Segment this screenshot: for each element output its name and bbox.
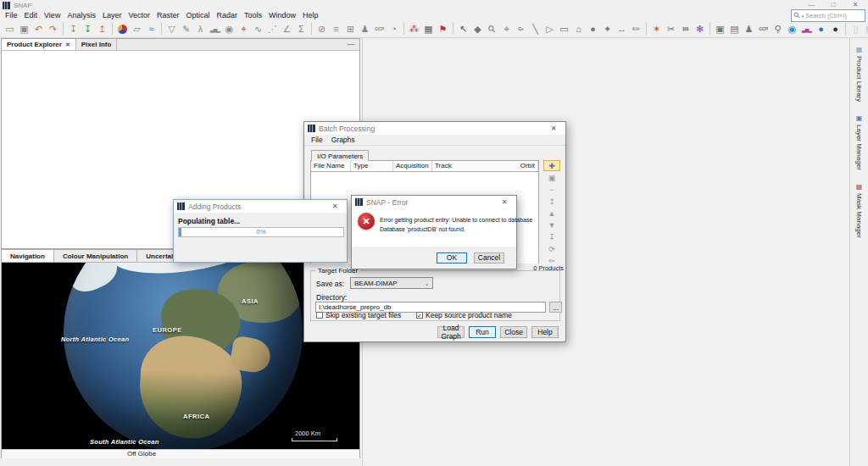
placemark-icon[interactable]: ⌖ xyxy=(236,21,251,37)
add-product-button[interactable]: ✚ xyxy=(543,160,560,171)
polygon-tool-icon[interactable]: ⌂ xyxy=(571,21,586,37)
batch-processing-icon[interactable]: ▦ xyxy=(421,21,436,37)
binary-icon[interactable]: 101 xyxy=(678,21,693,37)
ocean-wave-icon[interactable]: ≈ xyxy=(144,21,159,37)
search-input[interactable]: ⚲ ▾ Search (Ctrl+I) xyxy=(791,9,865,22)
menu-radar[interactable]: Radar xyxy=(213,11,241,19)
gcp-tool-icon[interactable]: G+ xyxy=(514,21,528,37)
import-product-icon[interactable]: ↧ xyxy=(66,21,81,37)
keep-source-checkbox[interactable]: ✓ Keep source product name xyxy=(416,311,512,319)
menu-analysis[interactable]: Analysis xyxy=(64,11,99,19)
help-button[interactable]: Help xyxy=(531,326,559,338)
globe-blue-icon[interactable]: ● xyxy=(814,21,828,37)
open-product-icon[interactable]: ▭ xyxy=(3,21,17,37)
browse-button[interactable]: ... xyxy=(549,302,562,313)
run-button[interactable]: Run xyxy=(469,326,496,338)
magic-wand-icon[interactable]: ✦ xyxy=(600,21,615,37)
load-graph-button[interactable]: Load Graph xyxy=(437,326,465,338)
metadata-edit-icon[interactable]: ✎ xyxy=(179,21,193,37)
mosaic-icon[interactable]: ⊘ xyxy=(314,21,329,37)
menu-edit[interactable]: Edit xyxy=(21,11,42,19)
close-tab-icon[interactable]: ✕ xyxy=(65,42,70,48)
product-stack-icon[interactable]: ▣ xyxy=(17,21,31,37)
eye-icon[interactable]: ◉ xyxy=(785,21,799,37)
gcp-manager-icon[interactable]: GCP xyxy=(372,21,387,37)
move-up-button[interactable]: ▲ xyxy=(543,208,560,219)
session-icon[interactable]: ▱ xyxy=(130,21,144,37)
tab-colour-manipulation[interactable]: Colour Manipulation xyxy=(54,250,137,262)
geo-info-icon[interactable]: λ xyxy=(193,21,208,37)
close-icon[interactable]: ✕ xyxy=(326,202,343,210)
column-header[interactable]: File Name xyxy=(311,161,351,171)
globe-dark-icon[interactable]: ● xyxy=(828,21,843,37)
polyline-tool-icon[interactable]: ▷ xyxy=(542,21,557,37)
tab-product-explorer[interactable]: Product Explorer ✕ xyxy=(2,39,76,50)
menu-help[interactable]: Help xyxy=(299,11,322,19)
menu-window[interactable]: Window xyxy=(265,11,299,19)
move-down-button[interactable]: ▼ xyxy=(543,219,560,230)
menu-view[interactable]: View xyxy=(41,11,64,19)
tab-pixel-info[interactable]: Pixel Info xyxy=(76,39,118,50)
menu-raster[interactable]: Raster xyxy=(153,11,183,19)
redo-icon[interactable]: ↷ xyxy=(46,21,60,37)
batch-menu-graphs[interactable]: Graphs xyxy=(327,136,359,144)
tab-io-parameters[interactable]: I/O Parameters xyxy=(311,150,369,161)
selection-tool-icon[interactable]: ↖ xyxy=(456,21,470,37)
move-bottom-button[interactable]: ↧ xyxy=(543,231,560,242)
pin-manager-icon[interactable]: ♟ xyxy=(358,21,372,37)
menu-tools[interactable]: Tools xyxy=(241,11,265,19)
rgb-image-icon[interactable] xyxy=(118,25,127,34)
layers-person-icon[interactable]: ▤ xyxy=(727,21,742,37)
mask-polygon-icon[interactable]: ▽ xyxy=(164,21,179,37)
sigma-icon[interactable]: Σ xyxy=(294,21,309,37)
star-icon[interactable]: ✶ xyxy=(649,21,664,37)
tile-single-icon[interactable]: ▯ xyxy=(849,21,863,37)
import-vector-icon[interactable]: ↧ xyxy=(81,21,95,37)
tab-layer-manager[interactable]: ▣ Layer Manager xyxy=(850,111,868,175)
gcp-person-icon[interactable]: GCP xyxy=(756,21,771,37)
column-header[interactable]: Type xyxy=(351,161,393,171)
close-icon[interactable]: ✕ xyxy=(496,198,513,206)
line-tool-icon[interactable]: ╲ xyxy=(528,21,542,37)
sar-simulation-icon[interactable]: ♟ xyxy=(742,21,756,37)
menu-file[interactable]: File xyxy=(2,11,21,19)
copy-product-button[interactable]: ▣ xyxy=(543,172,560,183)
colour-histogram-icon[interactable]: ▃▅▂ xyxy=(799,21,814,37)
menu-optical[interactable]: Optical xyxy=(182,11,213,19)
tie-point-grid-icon[interactable]: ⊞ xyxy=(343,21,358,37)
skip-existing-checkbox[interactable]: Skip existing target files xyxy=(316,311,401,319)
rectangle-tool-icon[interactable]: ▭ xyxy=(557,21,571,37)
stamp-icon[interactable]: ▣ xyxy=(713,21,727,37)
column-header[interactable]: Acquisition xyxy=(393,161,432,171)
spectrum-icon[interactable]: ∿ xyxy=(251,21,265,37)
batch-menu-file[interactable]: File xyxy=(307,136,327,144)
cluster-icon[interactable]: ✻ xyxy=(693,21,707,37)
scatter-plot-icon[interactable]: ⋰ xyxy=(265,21,280,37)
search-person-icon[interactable]: ⚲ xyxy=(771,21,785,37)
export-product-icon[interactable]: ↥ xyxy=(95,21,109,37)
undo-icon[interactable]: ↶ xyxy=(31,21,46,37)
refresh-button[interactable]: ⟳ xyxy=(543,243,560,254)
close-batch-button[interactable]: Close xyxy=(500,326,527,338)
measure-tool-icon[interactable]: ↔ xyxy=(615,21,629,37)
remove-product-button[interactable]: − xyxy=(543,184,560,195)
statistics-icon[interactable]: ▃▅▂ xyxy=(208,21,222,37)
tab-navigation[interactable]: Navigation xyxy=(2,250,54,262)
world-window-icon[interactable]: ◉ xyxy=(222,21,236,37)
profile-plot-icon[interactable]: ∠ xyxy=(280,21,294,37)
orbit-icon[interactable]: ◔ xyxy=(387,21,401,37)
split-xy-icon[interactable]: ✂ xyxy=(664,21,678,37)
menu-vector[interactable]: Vector xyxy=(125,11,153,19)
ellipse-tool-icon[interactable]: ● xyxy=(586,21,600,37)
error-dialog-titlebar[interactable]: SNAP - Error ✕ xyxy=(352,196,516,208)
column-header[interactable]: Track xyxy=(432,161,518,171)
menu-layer[interactable]: Layer xyxy=(99,11,125,19)
move-top-button[interactable]: ↥ xyxy=(543,196,560,207)
graph-builder-icon[interactable]: ⁂ xyxy=(407,21,421,37)
pencil-tool-icon[interactable]: ✏ xyxy=(629,21,643,37)
ok-button[interactable]: OK xyxy=(437,252,467,264)
tab-product-library[interactable]: ▦ Product Library xyxy=(850,42,868,106)
minimize-panel-button[interactable]: — xyxy=(345,39,357,50)
tile-rows-icon[interactable]: ▤ xyxy=(863,21,868,37)
adding-dialog-titlebar[interactable]: Adding Products ✕ xyxy=(174,200,347,213)
